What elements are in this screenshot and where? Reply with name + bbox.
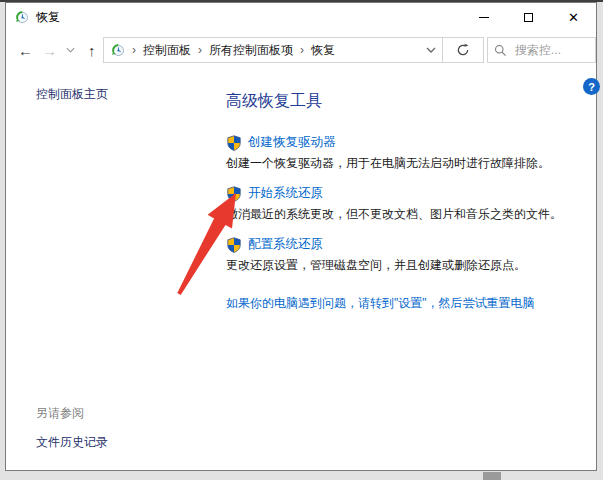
refresh-icon <box>456 43 470 57</box>
recovery-icon <box>110 43 125 58</box>
breadcrumb-separator: › <box>196 43 204 57</box>
uac-shield-icon <box>226 186 242 202</box>
recovery-icon <box>14 10 29 25</box>
forward-button[interactable]: → <box>42 43 57 58</box>
search-icon <box>494 44 507 57</box>
configure-system-restore-link[interactable]: 配置系统还原 <box>248 236 323 253</box>
maximize-button[interactable] <box>506 3 551 31</box>
breadcrumb-separator: › <box>130 43 138 57</box>
uac-shield-icon <box>226 237 242 253</box>
address-bar[interactable]: › 控制面板 › 所有控制面板项 › 恢复 <box>103 37 443 63</box>
breadcrumb-recovery[interactable]: 恢复 <box>311 42 335 59</box>
create-recovery-drive-description: 创建一个恢复驱动器，用于在电脑无法启动时进行故障排除。 <box>226 155 550 172</box>
sidebar-item-control-panel-home[interactable]: 控制面板主页 <box>36 86 108 103</box>
minimize-icon <box>479 17 489 18</box>
open-system-restore-description: 撤消最近的系统更改，但不更改文档、图片和音乐之类的文件。 <box>226 206 562 223</box>
breadcrumb-separator: › <box>298 43 306 57</box>
address-dropdown-icon[interactable] <box>426 47 436 53</box>
help-button[interactable]: ? <box>583 78 600 95</box>
refresh-button[interactable] <box>442 37 484 63</box>
recovery-window: 恢复 ✕ ← → ↑ › 控制面板 › <box>5 2 597 471</box>
see-also-label: 另请参阅 <box>36 405 84 422</box>
close-icon: ✕ <box>568 11 579 24</box>
close-button[interactable]: ✕ <box>551 3 596 31</box>
create-recovery-drive-link[interactable]: 创建恢复驱动器 <box>248 134 336 151</box>
open-system-restore-link[interactable]: 开始系统还原 <box>248 185 323 202</box>
back-button[interactable]: ← <box>18 43 33 58</box>
breadcrumb-control-panel[interactable]: 控制面板 <box>143 42 191 59</box>
configure-system-restore-description: 更改还原设置，管理磁盘空间，并且创建或删除还原点。 <box>226 257 526 274</box>
maximize-icon <box>524 13 533 22</box>
tool-create-recovery-drive[interactable]: 创建恢复驱动器 <box>226 134 336 151</box>
sidebar-item-file-history[interactable]: 文件历史记录 <box>36 434 108 451</box>
page-title: 高级恢复工具 <box>226 91 322 112</box>
uac-shield-icon <box>226 135 242 151</box>
question-mark-icon: ? <box>588 81 595 93</box>
minimize-button[interactable] <box>461 3 506 31</box>
breadcrumb-all-items[interactable]: 所有控制面板项 <box>209 42 293 59</box>
title-bar[interactable]: 恢复 ✕ <box>6 3 596 31</box>
window-controls: ✕ <box>461 3 596 31</box>
window-title: 恢复 <box>36 9 60 26</box>
go-to-settings-link[interactable]: 如果你的电脑遇到问题，请转到"设置"，然后尝试重置电脑 <box>226 295 535 312</box>
up-button[interactable]: ↑ <box>88 43 96 58</box>
tool-open-system-restore[interactable]: 开始系统还原 <box>226 185 323 202</box>
search-input[interactable] <box>513 42 585 58</box>
content-area: 控制面板主页 另请参阅 文件历史记录 高级恢复工具 ? 创建恢复驱动器 创建一个… <box>6 69 596 470</box>
tool-configure-system-restore[interactable]: 配置系统还原 <box>226 236 323 253</box>
navigation-bar: ← → ↑ › 控制面板 › 所有控制面板项 › 恢复 <box>6 31 596 69</box>
background-artifact <box>483 472 501 480</box>
search-box[interactable] <box>487 37 596 63</box>
history-dropdown-icon[interactable] <box>66 47 75 53</box>
